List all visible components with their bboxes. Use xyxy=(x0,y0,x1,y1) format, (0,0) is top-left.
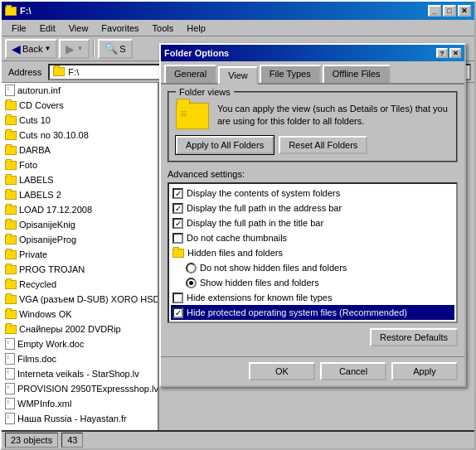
list-item[interactable]: PROVISION 2950TExpressshop.lv xyxy=(2,381,158,396)
checkbox-full-path-title[interactable] xyxy=(172,218,183,229)
file-name: PROVISION 2950TExpressshop.lv xyxy=(17,384,158,394)
list-item[interactable]: Снайперы 2002 DVDRip xyxy=(2,322,158,336)
menu-help[interactable]: Help xyxy=(180,22,212,35)
window-controls: _ □ ✕ xyxy=(428,5,471,17)
list-item[interactable]: WMPInfo.xml xyxy=(2,396,158,411)
menu-tools[interactable]: Tools xyxy=(146,22,181,35)
back-button[interactable]: ◀ Back ▼ xyxy=(5,39,57,59)
setting-display-system-folders[interactable]: Display the contents of system folders xyxy=(171,186,454,201)
list-item[interactable]: Interneta veikals - StarShop.lv xyxy=(2,366,158,381)
setting-label: Launch folder windows in a separate proc… xyxy=(187,322,369,323)
search-button[interactable]: 🔍 S xyxy=(98,39,132,59)
folder-views-description: You can apply the view (such as Details … xyxy=(217,103,449,128)
reset-all-folders-button[interactable]: Reset All Folders xyxy=(279,136,367,154)
close-button[interactable]: ✕ xyxy=(458,5,471,17)
dialog-close-button[interactable]: ✕ xyxy=(449,48,461,58)
dialog-help-button[interactable]: ? xyxy=(436,48,448,58)
file-name: PROG TROJAN xyxy=(19,264,85,274)
checkbox-hide-extensions[interactable] xyxy=(172,293,183,303)
setting-label: Hide protected operating system files (R… xyxy=(187,307,407,317)
window-title: F:\ xyxy=(20,6,428,16)
list-item[interactable]: LABELS xyxy=(2,172,158,187)
tab-file-types[interactable]: File Types xyxy=(260,65,321,83)
setting-full-path-address[interactable]: Display the full path in the address bar xyxy=(171,201,454,215)
setting-label: Do not show hidden files and folders xyxy=(200,263,347,273)
list-item[interactable]: LABELS 2 xyxy=(2,187,158,202)
list-item[interactable]: DARBA xyxy=(2,143,158,157)
forward-dropdown-icon[interactable]: ▼ xyxy=(76,45,83,52)
advanced-label: Advanced settings: xyxy=(168,169,458,179)
list-item[interactable]: Private xyxy=(2,247,158,262)
address-folder-icon xyxy=(53,67,65,76)
maximize-button[interactable]: □ xyxy=(443,5,456,17)
list-item[interactable]: Наша Russia - Hayastan.fr xyxy=(2,411,158,426)
menu-edit[interactable]: Edit xyxy=(33,22,62,35)
dialog-title: Folder Options xyxy=(164,48,436,58)
menu-file[interactable]: File xyxy=(5,22,33,35)
ok-button[interactable]: OK xyxy=(249,362,315,380)
apply-button[interactable]: Apply xyxy=(391,362,458,380)
list-item[interactable]: Films.doc xyxy=(2,351,158,366)
settings-list[interactable]: Display the contents of system folders D… xyxy=(168,182,458,323)
folder-icon xyxy=(5,310,17,319)
radio-no-show-hidden[interactable] xyxy=(186,263,197,273)
folder-icon xyxy=(5,101,17,110)
setting-hide-extensions[interactable]: Hide extensions for known file types xyxy=(171,290,454,305)
toolbar-separator-1 xyxy=(93,41,95,57)
status-count-text: 23 objects xyxy=(11,435,52,445)
file-icon xyxy=(5,383,15,394)
list-item[interactable]: autorun.inf xyxy=(2,83,158,98)
tab-general[interactable]: General xyxy=(164,65,216,83)
tab-view[interactable]: View xyxy=(218,66,258,85)
list-item[interactable]: Cuts 10 xyxy=(2,113,158,128)
setting-no-show-hidden[interactable]: Do not show hidden files and folders xyxy=(184,260,454,275)
cancel-button[interactable]: Cancel xyxy=(320,362,386,380)
folder-icon xyxy=(5,265,17,274)
list-item[interactable]: LOAD 17.12.2008 xyxy=(2,202,158,217)
checkbox-hide-protected[interactable] xyxy=(172,307,183,318)
list-item[interactable]: Windows OK xyxy=(2,307,158,322)
setting-label: Display the full path in the address bar xyxy=(187,203,342,213)
checkbox-separate-process[interactable] xyxy=(172,322,183,324)
radio-show-hidden[interactable] xyxy=(186,278,197,288)
file-name: LABELS 2 xyxy=(19,190,61,200)
file-list[interactable]: autorun.inf CD Covers Cuts 10 Cuts no 30… xyxy=(2,83,159,430)
setting-label: Display the contents of system folders xyxy=(187,188,340,198)
checkbox-full-path-address[interactable] xyxy=(172,203,183,214)
setting-hide-protected[interactable]: Hide protected operating system files (R… xyxy=(171,305,454,320)
address-label: Address xyxy=(5,67,45,77)
menu-favorites[interactable]: Favorites xyxy=(95,22,145,35)
list-item[interactable]: PROG TROJAN xyxy=(2,262,158,277)
list-item[interactable]: CD Covers xyxy=(2,98,158,113)
list-item[interactable]: VGA (разъем D-SUB) XORO HSD 21 xyxy=(2,292,158,307)
folder-icon xyxy=(5,325,17,334)
setting-separate-process[interactable]: Launch folder windows in a separate proc… xyxy=(171,320,454,323)
window-icon xyxy=(5,7,17,16)
setting-label: Do not cache thumbnails xyxy=(187,233,287,243)
file-icon xyxy=(5,398,15,409)
menu-view[interactable]: View xyxy=(62,22,95,35)
setting-no-cache-thumbnails[interactable]: Do not cache thumbnails xyxy=(171,230,454,245)
back-dropdown-icon[interactable]: ▼ xyxy=(44,45,51,52)
forward-button[interactable]: ▶ ▼ xyxy=(59,39,90,59)
setting-label: Hide extensions for known file types xyxy=(187,293,332,302)
setting-full-path-title[interactable]: Display the full path in the title bar xyxy=(171,215,454,230)
checkbox-no-cache-thumbnails[interactable] xyxy=(172,233,183,244)
search-label: S xyxy=(119,44,125,54)
list-item[interactable]: OpisanijeProg xyxy=(2,232,158,247)
search-icon: 🔍 xyxy=(104,42,118,55)
list-item[interactable]: Recycled xyxy=(2,277,158,292)
list-item[interactable]: Cuts no 30.10.08 xyxy=(2,128,158,143)
list-item[interactable]: OpisanijeKnig xyxy=(2,217,158,232)
file-icon xyxy=(5,85,15,96)
list-item[interactable]: Empty Work.doc xyxy=(2,336,158,351)
checkbox-display-system-folders[interactable] xyxy=(172,188,183,199)
address-value: F:\ xyxy=(68,67,79,77)
apply-to-all-folders-button[interactable]: Apply to All Folders xyxy=(176,136,274,154)
restore-defaults-button[interactable]: Restore Defaults xyxy=(370,328,458,346)
list-item[interactable]: Foto xyxy=(2,157,158,172)
minimize-button[interactable]: _ xyxy=(428,5,441,17)
tab-offline-files[interactable]: Offline Files xyxy=(323,65,391,83)
setting-show-hidden[interactable]: Show hidden files and folders xyxy=(184,275,454,290)
folder-views-content: You can apply the view (such as Details … xyxy=(176,103,449,129)
